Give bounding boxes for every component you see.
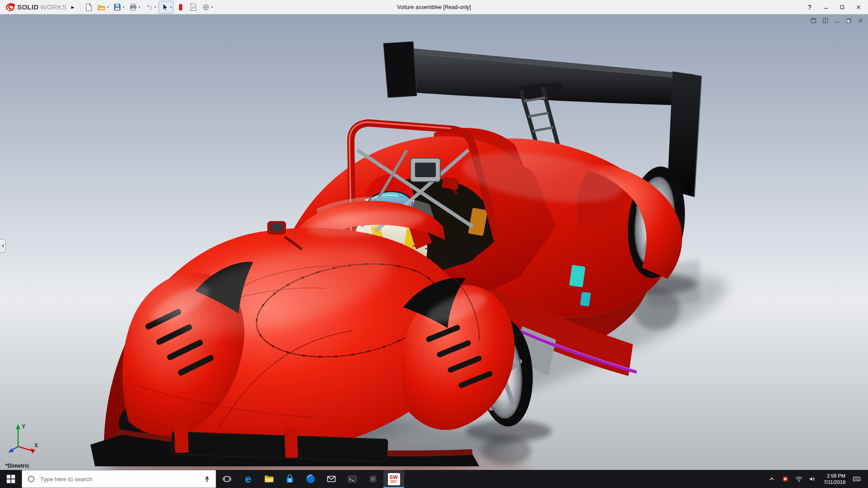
clock-time: 2:58 PM [824,473,845,479]
split-pane-icon [822,18,828,23]
chevron-up-icon [769,476,775,482]
store-icon [284,474,295,484]
doc-split-button[interactable] [821,16,829,24]
select-dropdown-caret[interactable]: ▼ [170,6,172,9]
save-button[interactable]: ▼ [111,1,126,14]
tray-badge-icon [782,475,789,483]
menu-expander-icon[interactable]: ▶ [71,5,75,9]
edge-button[interactable]: e [238,470,259,488]
taskbar: e [0,470,868,488]
task-view-icon [222,474,232,484]
window-title: Voiture assemblee [Read-only] [397,4,471,10]
dark-app-icon [368,474,378,484]
print-button[interactable]: ▼ [127,1,142,14]
mail-button[interactable] [321,470,342,488]
task-view-button[interactable] [216,470,238,488]
view-orientation-label: *Dimetric [5,463,29,469]
minimize-icon [823,5,829,10]
document-window-controls [809,16,864,24]
edge-icon: e [245,473,251,485]
microphone-icon[interactable] [203,474,211,483]
doc-minimize-icon [834,18,840,23]
appearance-icon [176,3,185,12]
print-dropdown-caret[interactable]: ▼ [138,6,141,9]
new-document-button[interactable] [83,1,94,14]
undo-icon [144,3,153,12]
circular-app-icon [305,474,316,484]
titlebar: SOLIDWORKS ▶ ▼ ▼ [0,0,868,14]
maximize-button[interactable] [835,1,849,13]
start-button[interactable] [0,470,22,488]
window-controls: ? [803,1,865,13]
ds-logo-icon [5,2,15,12]
doc-close-button[interactable] [856,16,864,24]
touch-keyboard-icon [852,474,861,483]
terminal-button[interactable] [342,470,363,488]
brand-works: WORKS [40,3,66,11]
model-canvas[interactable] [0,14,868,470]
file-properties-icon [189,3,198,12]
cortana-icon [27,474,36,483]
terminal-icon [347,474,358,484]
windows-logo-icon [6,474,16,484]
volume-button[interactable] [807,470,818,488]
save-icon [113,3,122,12]
toolbar-separator [80,2,80,12]
doc-close-icon [858,18,863,23]
file-explorer-icon [264,474,274,484]
doc-restore-icon [846,18,852,23]
round-app-button[interactable] [300,470,321,488]
file-properties-button[interactable] [187,1,199,14]
maximize-icon [840,5,845,10]
options-dropdown-caret[interactable]: ▼ [211,6,213,9]
tray-badge-button[interactable] [779,470,791,488]
touch-keyboard-button[interactable] [851,470,863,488]
doc-minimize-button[interactable] [833,16,841,24]
close-button[interactable] [852,1,865,13]
doc-restore-button[interactable] [844,16,853,24]
undo-button[interactable]: ▼ [143,1,158,14]
triad-y-label: Y [22,423,25,430]
appearance-button[interactable] [175,1,186,14]
new-window-icon [811,18,816,23]
options-button[interactable]: ▼ [200,1,215,14]
save-dropdown-caret[interactable]: ▼ [122,6,125,9]
solidworks-logo: SOLIDWORKS [3,2,70,12]
help-button[interactable]: ? [803,1,816,13]
system-tray: 2:58 PM 7/11/2018 [766,470,868,488]
file-explorer-button[interactable] [259,470,279,488]
dark-app-button[interactable] [363,470,383,488]
network-button[interactable] [793,470,805,488]
new-document-icon [84,3,93,12]
network-icon [795,475,803,483]
doc-new-window-button[interactable] [809,16,817,24]
undo-dropdown-caret[interactable]: ▼ [154,6,156,9]
brand-solid: SOLID [17,3,38,11]
model-viewport[interactable]: Y X *Dimetric [0,14,868,470]
options-gear-icon [201,3,210,12]
solidworks-app-button[interactable]: SW 2017 [383,470,404,488]
select-button[interactable]: ▼ [159,1,174,14]
feature-tree-collapse-tab[interactable] [0,239,6,253]
mail-icon [326,474,337,484]
clock[interactable]: 2:58 PM 7/11/2018 [820,473,849,485]
clock-date: 7/11/2018 [824,479,845,485]
minimize-button[interactable] [819,1,833,13]
open-button[interactable]: ▼ [95,1,110,14]
search-box[interactable] [22,470,216,488]
store-button[interactable] [279,470,300,488]
volume-icon [808,475,816,483]
print-icon [128,3,137,12]
close-icon [856,5,861,10]
search-input[interactable] [40,476,198,483]
open-dropdown-caret[interactable]: ▼ [106,6,109,9]
toolbar: ▼ ▼ ▼ ▼ [83,1,215,14]
cyan-decal [569,265,585,287]
open-icon [97,3,106,12]
hidden-icons-button[interactable] [766,470,778,488]
orientation-triad: Y X [7,421,41,455]
select-icon [160,3,169,12]
triad-x-label: X [34,442,38,449]
solidworks-app-icon: SW 2017 [388,473,400,485]
